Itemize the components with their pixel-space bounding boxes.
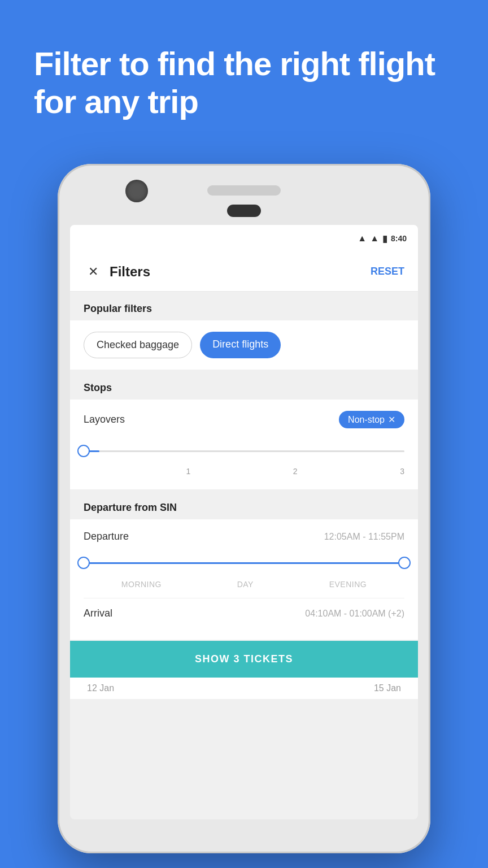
date-left: 12 Jan [87,683,114,693]
divider [84,598,404,598]
stops-row: Layovers Non-stop ✕ [84,411,404,428]
departure-time-row: Departure 12:05AM - 11:55PM [84,531,404,542]
departure-thumb-right[interactable] [398,557,411,569]
arrival-time-row: Arrival 04:10AM - 01:00AM (+2) [84,607,404,619]
period-morning: MORNING [121,580,162,589]
close-button[interactable]: ✕ [84,260,103,284]
show-tickets-button[interactable]: SHOW 3 TICKETS [70,641,418,678]
chip-checked-baggage[interactable]: Checked baggage [84,332,192,358]
slider-thumb[interactable] [77,445,90,457]
status-bar: ▲ ▲ ▮ 8:40 [70,225,418,252]
tick-1: 1 [186,467,191,476]
signal-icon: ▲ [370,233,379,244]
chip-direct-flights[interactable]: Direct flights [200,332,281,358]
reset-button[interactable]: RESET [371,266,404,277]
nonstop-badge[interactable]: Non-stop ✕ [339,411,404,428]
period-day: DAY [237,580,254,589]
date-right: 15 Jan [374,683,401,693]
wifi-icon: ▲ [358,233,367,244]
time-period-labels: MORNING DAY EVENING [84,580,404,589]
departure-card: Departure 12:05AM - 11:55PM MORNING DAY … [70,519,418,640]
nonstop-close-icon[interactable]: ✕ [388,414,395,425]
nonstop-label: Non-stop [348,415,385,425]
tick-3: 3 [400,467,404,476]
period-evening: EVENING [329,580,367,589]
slider-labels: 1 2 3 [84,467,404,476]
layovers-label: Layovers [84,414,125,426]
departure-section-label: Departure from SIN [70,491,418,519]
departure-time-range: 12:05AM - 11:55PM [324,532,404,542]
phone-camera [125,180,148,202]
departure-range-slider[interactable] [84,552,404,574]
filters-title: Filters [110,264,371,280]
popular-filters-card: Checked baggage Direct flights [70,320,418,370]
arrival-label: Arrival [84,607,112,619]
stops-slider[interactable] [84,440,404,462]
slider-track [84,450,404,452]
departure-range-track [84,562,404,564]
phone-button [227,205,261,217]
stops-section-label: Stops [70,371,418,400]
phone-speaker [207,185,281,196]
dates-bar: 12 Jan 15 Jan [70,678,418,699]
tick-2: 2 [293,467,298,476]
clock: 8:40 [391,234,407,243]
status-icons: ▲ ▲ ▮ 8:40 [358,233,407,244]
departure-thumb-left[interactable] [77,557,90,569]
background-headline: Filter to find the right flight for any … [34,45,454,120]
phone-screen: ▲ ▲ ▮ 8:40 ✕ Filters RESET Popular filte… [70,225,418,819]
stops-card: Layovers Non-stop ✕ 1 2 3 [70,400,418,489]
departure-label: Departure [84,531,129,542]
popular-filters-label: Popular filters [70,292,418,320]
phone-shell: ▲ ▲ ▮ 8:40 ✕ Filters RESET Popular filte… [58,164,430,853]
filters-header: ✕ Filters RESET [70,252,418,292]
arrival-time-range: 04:10AM - 01:00AM (+2) [305,609,404,619]
chips-row: Checked baggage Direct flights [84,332,404,358]
battery-icon: ▮ [382,233,387,244]
